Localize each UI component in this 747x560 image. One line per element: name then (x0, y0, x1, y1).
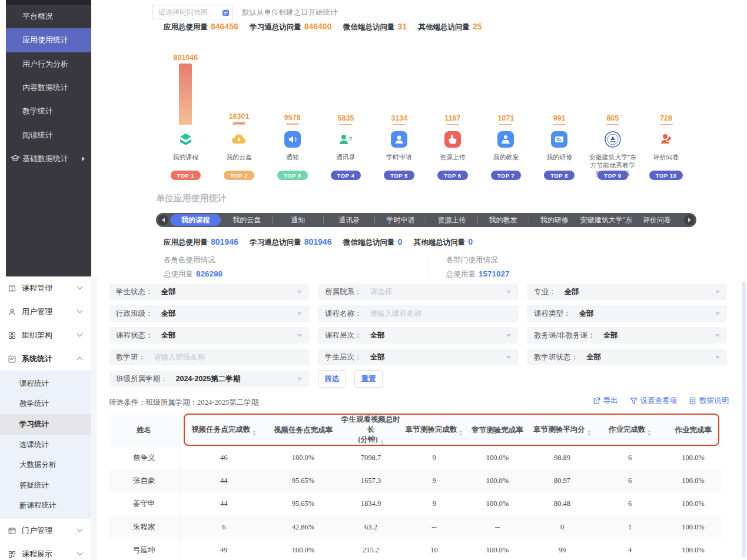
sidebar-item-course-management[interactable]: 课程管理 (0, 276, 91, 300)
sidebar-subitem-new-course-stats[interactable]: 新课程统计 (0, 496, 91, 516)
bar (660, 124, 673, 125)
tab-scroll-right-icon[interactable] (684, 215, 695, 225)
sidebar-top-strip (6, 0, 91, 5)
filter-student-status[interactable]: 学生状态：全部 (109, 284, 309, 300)
sidebar-subitem-teaching-stats[interactable]: 教学统计 (0, 394, 91, 415)
sort-icon[interactable] (648, 430, 651, 436)
filter-semester[interactable]: 班级所属学期：2024-2025第二学期 (109, 371, 309, 387)
export-icon (593, 397, 600, 405)
calendar-icon[interactable] (222, 8, 230, 19)
cell: 42.86% (268, 516, 338, 539)
sidebar-subitem-big-data[interactable]: 大数据分析 (0, 455, 91, 475)
sidebar-subitem-course-selection-stats[interactable]: 选课统计 (0, 435, 91, 455)
portal-icon (8, 526, 16, 535)
reset-button[interactable]: 重置 (354, 370, 383, 388)
chart-column[interactable]: 801946 我的课程 TOP 1 (159, 53, 213, 180)
chart-column[interactable]: 9578 通知 TOP 3 (265, 53, 319, 180)
filter-label: 教学班： (116, 352, 145, 362)
table-row[interactable]: 詹争义46100.0%7098.79100.0%98.896100.0% (109, 446, 721, 469)
filter-value: 全部 (565, 287, 579, 297)
sidebar-item-app-usage-stats[interactable]: 应用使用统计 (6, 28, 91, 52)
sidebar-subitem-learning-stats[interactable]: 学习统计 (0, 414, 91, 435)
cell: 9 (403, 469, 465, 493)
sort-icon[interactable] (459, 430, 463, 436)
chart-column[interactable]: 5835 通讯录 TOP 4 (319, 53, 373, 180)
view-settings-link[interactable]: 设置查看项 (630, 396, 678, 406)
filter-teaching-class-input[interactable]: 教学班：请输入班级名称 (109, 349, 309, 365)
tab-scroll-left-icon[interactable] (158, 215, 168, 225)
column-header-video-duration[interactable]: 学生观看视频总时长(分钟) (338, 415, 403, 446)
chart-column[interactable]: 3134 学时申请 TOP 5 (373, 53, 426, 180)
cell: 100.0% (665, 469, 721, 493)
chart-column[interactable]: 1071 我的教发 TOP 7 (479, 53, 533, 180)
filter-admin-class[interactable]: 行政班级：全部 (109, 305, 309, 322)
chart-column[interactable]: 1167 资源上传 TOP 6 (426, 53, 479, 180)
filter-major[interactable]: 专业：全部 (527, 284, 727, 300)
sidebar-item-teaching-stats[interactable]: 教学统计 (6, 99, 91, 123)
date-range-input[interactable] (152, 5, 233, 19)
sidebar-item-course-display[interactable]: 课程展示 (0, 542, 91, 560)
filter-department[interactable]: 所属院系：请选择 (318, 284, 518, 300)
export-link[interactable]: 导出 (593, 396, 618, 406)
tab-notification[interactable]: 通知 (273, 214, 323, 226)
sort-icon[interactable] (253, 430, 256, 436)
filter-course-level[interactable]: 课程层次：全部 (318, 327, 518, 344)
sidebar-subitem-qa-stats[interactable]: 答疑统计 (0, 475, 91, 496)
data-description-link[interactable]: 数据说明 (689, 396, 729, 406)
top-rank-badge: TOP 10 (649, 171, 683, 180)
sidebar-item-platform-overview[interactable]: 平台概况 (6, 5, 91, 28)
tab-study-hours[interactable]: 学时申请 (375, 214, 426, 226)
filter-student-level[interactable]: 学生层次：全部 (318, 349, 518, 365)
table-row[interactable]: 弓延坤49100.0%215.210100.0%994100.0% (109, 539, 721, 560)
sidebar-subitem-label: 课程统计 (19, 379, 49, 389)
top-rank-badge: TOP 9 (597, 171, 628, 180)
column-header-quiz-done[interactable]: 章节测验完成数 (403, 415, 465, 446)
page-scrollbar[interactable] (742, 281, 746, 558)
filter-teaching-class-status[interactable]: 教学班状态：全部 (527, 349, 727, 365)
column-header-video-tasks-rate: 视频任务点完成率 (268, 415, 338, 446)
dept-usage-block: 各部门使用情况 总使用量1571027 (446, 255, 510, 279)
sidebar-item-user-behavior[interactable]: 用户行为分析 (6, 52, 91, 76)
total-usage-value: 826298 (196, 269, 223, 278)
column-header-homework-done[interactable]: 作业完成数 (595, 415, 665, 446)
sidebar-item-org-structure[interactable]: 组织架构 (0, 324, 91, 347)
chevron-down-icon (297, 378, 302, 381)
filter-course-name-input[interactable]: 课程名称：请输入课程名称 (318, 305, 518, 322)
table-row[interactable]: 姜守申4495.65%1834.99100.0%80.486100.0% (109, 492, 721, 516)
tab-resource-upload[interactable]: 资源上传 (426, 214, 477, 226)
sort-icon[interactable] (587, 430, 591, 436)
tab-my-courses[interactable]: 我的课程 (170, 214, 221, 226)
student-name-cell: 朱程家 (109, 516, 180, 539)
table-row[interactable]: 朱程家642.86%63.2----01100.0% (109, 516, 721, 539)
tab-contacts[interactable]: 通讯录 (324, 214, 374, 226)
chart-column[interactable]: 728 评价问卷 TOP 10 (639, 53, 693, 180)
sidebar-item-system-stats[interactable]: 系统统计 (0, 347, 91, 371)
sidebar-item-portal-management[interactable]: 门户管理 (0, 519, 91, 542)
tab-cloud-disk[interactable]: 我的云盘 (221, 214, 272, 226)
chart-column[interactable]: 16301 我的云盘 TOP 2 (213, 53, 266, 180)
sidebar-item-label: 平台概况 (22, 11, 53, 22)
sidebar-item-content-data[interactable]: 内容数据统计 (6, 76, 91, 99)
table-row[interactable]: 张自豪4495.65%1657.39100.0%80.976100.0% (109, 469, 721, 493)
filter-course-type[interactable]: 课程类型：全部 (527, 305, 727, 322)
column-header-name: 姓名 (109, 415, 180, 446)
cell: 63.2 (338, 516, 403, 539)
filter-academic-course[interactable]: 教务课/非教务课：全部 (527, 327, 727, 344)
bar-value: 1071 (498, 114, 514, 122)
chart-column[interactable]: 991 我的研修 TOP 8 (533, 53, 586, 180)
tab-training[interactable]: 我的研修 (529, 214, 580, 226)
sidebar-item-label: 阅读统计 (22, 130, 53, 141)
chart-column[interactable]: 805 安徽建筑大学"东方节能优秀教学奖"评选投票 TOP 9 (586, 53, 640, 180)
column-header-quiz-avg[interactable]: 章节测验平均分 (530, 415, 595, 446)
sort-icon[interactable] (380, 440, 384, 446)
sidebar-item-user-management[interactable]: 用户管理 (0, 300, 91, 324)
sidebar-item-basic-data-stats[interactable]: 基础数据统计 (6, 147, 91, 171)
column-header-video-tasks-done[interactable]: 视频任务点完成数 (180, 415, 268, 446)
sidebar-subitem-course-stats[interactable]: 课程统计 (0, 374, 91, 394)
filter-course-status[interactable]: 课程状态：全部 (109, 327, 309, 344)
sidebar-item-reading-stats[interactable]: 阅读统计 (6, 123, 91, 146)
tab-evaluation[interactable]: 评价问卷 (632, 214, 682, 226)
filter-button[interactable]: 筛选 (318, 370, 346, 388)
tab-teaching-dev[interactable]: 我的教发 (478, 214, 529, 226)
tab-university-award[interactable]: 安徽建筑大学"东 (580, 214, 631, 226)
